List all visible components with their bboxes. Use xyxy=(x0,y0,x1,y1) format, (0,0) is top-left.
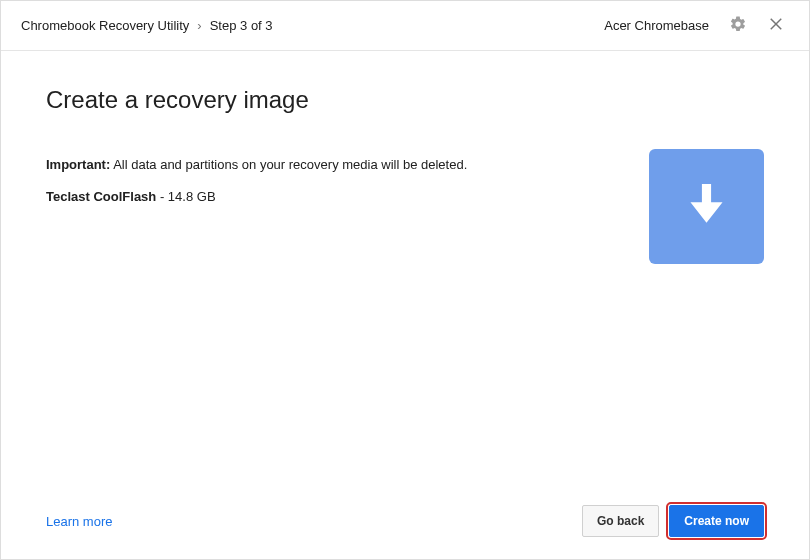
app-window: Chromebook Recovery Utility › Step 3 of … xyxy=(0,0,810,560)
download-tile xyxy=(649,149,764,264)
device-label: Acer Chromebase xyxy=(604,18,709,33)
close-button[interactable] xyxy=(763,11,789,40)
close-icon xyxy=(767,15,785,36)
app-title: Chromebook Recovery Utility xyxy=(21,18,189,33)
main-content: Create a recovery image Important: All d… xyxy=(1,51,809,491)
settings-button[interactable] xyxy=(725,11,751,40)
create-now-button[interactable]: Create now xyxy=(669,505,764,537)
body-text: Important: All data and partitions on yo… xyxy=(46,154,467,208)
media-size: - 14.8 GB xyxy=(156,189,215,204)
page-title: Create a recovery image xyxy=(46,86,764,114)
gear-icon xyxy=(729,15,747,36)
header: Chromebook Recovery Utility › Step 3 of … xyxy=(1,1,809,51)
footer: Learn more Go back Create now xyxy=(1,491,809,551)
breadcrumb-separator: › xyxy=(197,18,201,33)
important-message: All data and partitions on your recovery… xyxy=(110,157,467,172)
learn-more-link[interactable]: Learn more xyxy=(46,514,112,529)
media-name: Teclast CoolFlash xyxy=(46,189,156,204)
go-back-button[interactable]: Go back xyxy=(582,505,659,537)
step-indicator: Step 3 of 3 xyxy=(210,18,273,33)
download-arrow-icon xyxy=(679,177,734,236)
important-label: Important: xyxy=(46,157,110,172)
